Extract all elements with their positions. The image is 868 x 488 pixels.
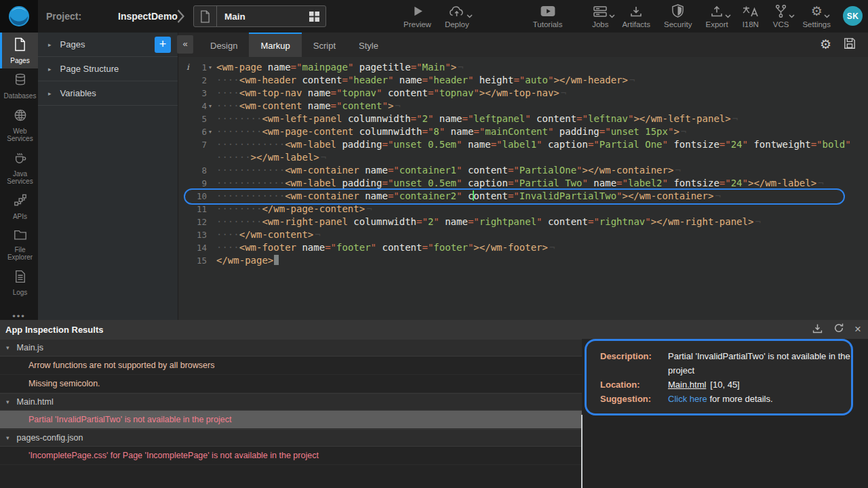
token: " — [536, 139, 542, 150]
token: =" — [473, 126, 485, 137]
code-line[interactable]: 13····</wm-content>¬ — [178, 228, 868, 241]
code-line[interactable]: 12········<wm-right-panel columnwidth="2… — [178, 216, 868, 228]
token: " — [525, 113, 530, 124]
indent-guides: ······ — [216, 152, 251, 163]
activity-bar: PagesDatabasesWeb ServicesJava ServicesA… — [0, 33, 38, 320]
code-line[interactable]: 14····<wm-footer name="footer" content="… — [178, 241, 868, 254]
fold-toggle-icon[interactable]: ▾ — [207, 100, 216, 113]
result-group-pages-config-json[interactable]: ▾pages-config.json — [0, 429, 582, 447]
wavemaker-logo[interactable] — [0, 0, 38, 33]
token: ></wm-footer> — [473, 242, 548, 253]
sidebar-item-apis[interactable]: APIs — [0, 189, 38, 224]
panel-section-pages[interactable]: ▸Pages+ — [38, 33, 178, 57]
refresh-icon[interactable] — [833, 323, 844, 336]
inspection-result-item[interactable]: Missing semicolon. — [0, 375, 582, 393]
deploy-button[interactable]: Deploy — [438, 0, 476, 33]
sidebar-item-label: Pages — [10, 57, 29, 64]
line-number: 9 — [178, 177, 207, 190]
token: =" — [508, 190, 519, 201]
artifacts-button[interactable]: Artifacts — [615, 0, 657, 33]
token: =" — [422, 126, 433, 137]
result-group-main-js[interactable]: ▾Main.js — [0, 339, 582, 357]
code-line[interactable]: 15</wm-page> — [178, 254, 868, 267]
security-button[interactable]: Security — [657, 0, 699, 33]
tutorials-button[interactable]: Tutorials — [526, 0, 570, 33]
location-label: Location: — [600, 378, 668, 392]
click-here-link[interactable]: Click here — [668, 394, 707, 404]
code-line[interactable]: 1▾<wm-page name="mainpage" pagetitle="Ma… — [178, 61, 868, 74]
sidebar-item-pages[interactable]: Pages — [0, 33, 38, 68]
location-file-link[interactable]: Main.html — [668, 380, 706, 390]
inspection-result-item[interactable]: 'IncompletePage.css' for Page 'Incomplet… — [0, 447, 582, 465]
code-line[interactable]: ······></wm-label>¬ — [178, 151, 868, 164]
artifacts-label: Artifacts — [622, 20, 650, 28]
preview-button[interactable]: Preview — [397, 0, 438, 33]
token: unset 0.5em — [393, 139, 456, 150]
sidebar-item-file-explorer[interactable]: File Explorer — [0, 224, 38, 265]
close-icon[interactable]: × — [854, 324, 861, 335]
panel-section-label: Page Structure — [60, 64, 119, 74]
token: <wm-content — [239, 100, 302, 111]
line-number: 1 — [178, 61, 207, 74]
code-line[interactable]: 2····<wm-header content="header" name="h… — [178, 74, 868, 87]
jobs-button[interactable]: Jobs — [585, 0, 615, 33]
code-text: <wm-page name="mainpage" pagetitle="Main… — [216, 61, 868, 74]
inspection-result-item[interactable]: Arrow functions are not supported by all… — [0, 357, 582, 375]
fold-toggle-icon[interactable]: ▾ — [207, 125, 216, 138]
token: content — [296, 75, 342, 85]
markup-code-editor[interactable]: i 1▾<wm-page name="mainpage" pagetitle="… — [178, 57, 868, 267]
code-line[interactable]: 7············<wm-label padding="unset 0.… — [178, 138, 868, 151]
sidebar-item-databases[interactable]: Databases — [0, 68, 38, 104]
add-page-button[interactable]: + — [155, 37, 171, 53]
markup-settings-gear-icon[interactable]: ⚙ — [820, 38, 831, 52]
code-line[interactable]: 4▾····<wm-content name="content">¬ — [178, 100, 868, 113]
tab-style[interactable]: Style — [347, 33, 390, 57]
token: leftnav — [588, 113, 628, 124]
vcs-button[interactable]: VCS — [766, 0, 796, 33]
panel-section-variables[interactable]: ▸Variables — [38, 81, 178, 106]
avatar[interactable]: SK — [843, 6, 863, 26]
sidebar-item-java-services[interactable]: Java Services — [0, 146, 38, 189]
download-icon[interactable] — [812, 323, 823, 337]
token: =" — [811, 139, 823, 150]
token: > — [388, 100, 393, 111]
token: name — [439, 216, 468, 227]
tab-design[interactable]: Design — [199, 33, 249, 57]
page-selector[interactable]: Main — [193, 5, 326, 27]
token: =" — [462, 113, 474, 124]
token: footer — [336, 242, 371, 253]
i18n-button[interactable]: I18N — [735, 0, 766, 33]
code-line-highlighted[interactable]: 10············<wm-container name="contai… — [178, 190, 868, 203]
inspection-result-item[interactable]: Partial 'InvalidPartialTwo' is not avail… — [0, 411, 582, 429]
panel-actions: × — [812, 320, 861, 339]
log-icon — [15, 270, 26, 286]
settings-button[interactable]: ⚙Settings — [795, 0, 837, 33]
grid-icon[interactable] — [302, 6, 326, 26]
indent-guides: ···· — [216, 100, 239, 111]
code-line[interactable]: 3····<wm-top-nav name="topnav" content="… — [178, 87, 868, 100]
popup-suggestion-row: Suggestion: Click here for more details. — [600, 392, 851, 406]
sidebar-item-web-services[interactable]: Web Services — [0, 104, 38, 146]
export-button[interactable]: Export — [699, 0, 735, 33]
save-icon[interactable] — [844, 37, 856, 52]
tab-script[interactable]: Script — [302, 33, 347, 57]
code-line[interactable]: 8············<wm-container name="contain… — [178, 164, 868, 177]
globe-icon — [14, 108, 27, 125]
editor-tabs: DesignMarkupScriptStyle — [199, 33, 390, 57]
result-group-main-html[interactable]: ▾Main.html — [0, 393, 582, 411]
tab-markup[interactable]: Markup — [249, 33, 301, 57]
sidebar-item-logs[interactable]: Logs — [0, 265, 38, 300]
panel-section-page-structure[interactable]: ▸Page Structure — [38, 57, 178, 81]
code-line[interactable]: 11········</wm-page-content>¬ — [178, 203, 868, 216]
code-line[interactable]: 9············<wm-label padding="unset 0.… — [178, 177, 868, 190]
code-line[interactable]: 6▾········<wm-page-content columnwidth="… — [178, 125, 868, 138]
code-line[interactable]: 5········<wm-left-panel columnwidth="2" … — [178, 113, 868, 125]
collapse-panel-button[interactable]: « — [177, 35, 193, 54]
description-value: Partial 'InvalidPartialTwo' is not avail… — [668, 349, 851, 378]
page-selector-value[interactable]: Main — [217, 6, 302, 26]
token: name — [296, 242, 325, 253]
suggestion-text: for more details. — [707, 394, 773, 404]
fold-toggle-icon[interactable]: ▾ — [207, 61, 216, 74]
pane-divider[interactable] — [581, 415, 583, 488]
eol-marker: ¬ — [549, 242, 555, 253]
